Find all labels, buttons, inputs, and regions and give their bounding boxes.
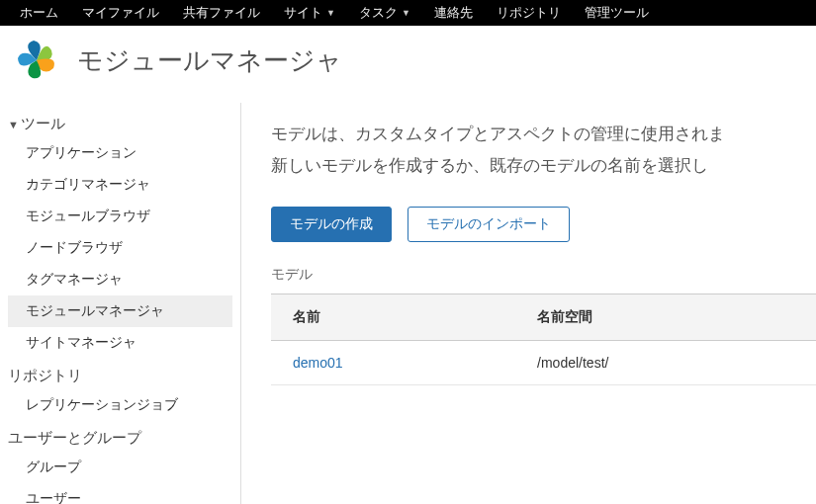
- sidebar-item-node-browser[interactable]: ノードブラウザ: [8, 232, 240, 264]
- sidebar-item-module-manager[interactable]: モジュールマネージャ: [8, 295, 232, 327]
- description-text: モデルは、カスタムタイプとアスペクトの管理に使用されま 新しいモデルを作成するか…: [271, 119, 816, 183]
- alfresco-logo-icon: [12, 36, 61, 85]
- sidebar-item-users[interactable]: ユーザー: [8, 483, 240, 504]
- sidebar: ▼ ツール アプリケーション カテゴリマネージャ モジュールブラウザ ノードブラ…: [0, 103, 241, 504]
- nav-admintools[interactable]: 管理ツール: [573, 4, 661, 22]
- nav-repository[interactable]: リポジトリ: [485, 4, 573, 22]
- sidebar-section-tools[interactable]: ▼ ツール: [8, 107, 240, 137]
- model-namespace-cell: /model/test/: [515, 340, 816, 384]
- chevron-down-icon: ▼: [402, 8, 410, 18]
- disclosure-triangle-icon: ▼: [8, 119, 19, 130]
- sidebar-item-module-browser[interactable]: モジュールブラウザ: [8, 201, 240, 232]
- column-header-name[interactable]: 名前: [271, 294, 515, 340]
- sidebar-item-category-manager[interactable]: カテゴリマネージャ: [8, 169, 240, 201]
- nav-sharedfiles[interactable]: 共有ファイル: [171, 4, 272, 22]
- nav-tasks[interactable]: タスク▼: [347, 4, 422, 22]
- models-table: 名前 名前空間 demo01 /model/test/: [271, 294, 816, 385]
- sidebar-item-tag-manager[interactable]: タグマネージャ: [8, 264, 240, 295]
- main-content: モデルは、カスタムタイプとアスペクトの管理に使用されま 新しいモデルを作成するか…: [241, 103, 816, 504]
- nav-sites[interactable]: サイト▼: [272, 4, 347, 22]
- sidebar-item-site-manager[interactable]: サイトマネージャ: [8, 327, 240, 359]
- sidebar-item-application[interactable]: アプリケーション: [8, 137, 240, 169]
- sidebar-section-repository[interactable]: リポジトリ: [8, 359, 240, 389]
- sidebar-item-replication-jobs[interactable]: レプリケーションジョブ: [8, 389, 240, 421]
- chevron-down-icon: ▼: [326, 8, 335, 18]
- model-name-link[interactable]: demo01: [271, 340, 515, 384]
- page-title: モジュールマネージャ: [77, 43, 342, 78]
- nav-myfiles[interactable]: マイファイル: [70, 4, 171, 22]
- column-header-namespace[interactable]: 名前空間: [515, 294, 816, 340]
- table-row: demo01 /model/test/: [271, 340, 816, 384]
- table-label: モデル: [271, 266, 816, 284]
- create-model-button[interactable]: モデルの作成: [271, 207, 392, 242]
- sidebar-section-users-groups[interactable]: ユーザーとグループ: [8, 421, 240, 452]
- sidebar-item-groups[interactable]: グループ: [8, 452, 240, 483]
- page-header: モジュールマネージャ: [0, 26, 816, 103]
- nav-contacts[interactable]: 連絡先: [422, 4, 485, 22]
- top-navigation: ホーム マイファイル 共有ファイル サイト▼ タスク▼ 連絡先 リポジトリ 管理…: [0, 0, 816, 26]
- nav-home[interactable]: ホーム: [8, 4, 70, 22]
- import-model-button[interactable]: モデルのインポート: [408, 207, 570, 242]
- action-buttons: モデルの作成 モデルのインポート: [271, 207, 816, 242]
